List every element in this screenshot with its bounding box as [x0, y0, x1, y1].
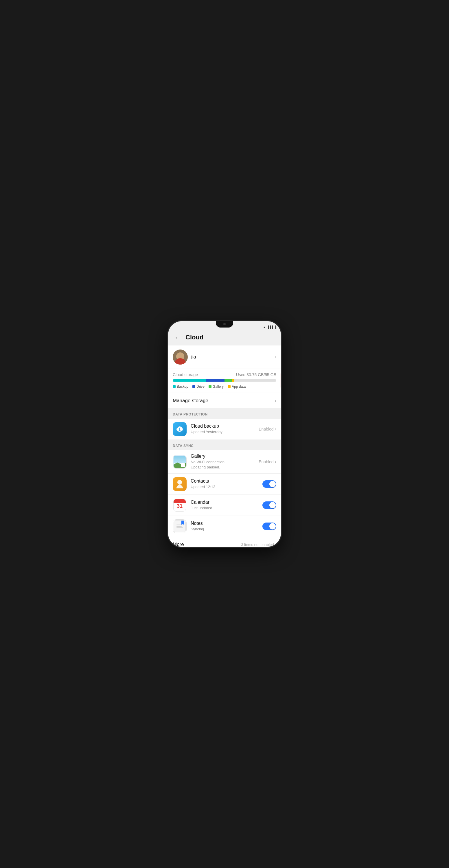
legend-gallery: Gallery: [209, 384, 224, 389]
calendar-header: [173, 499, 186, 503]
cloud-backup-svg: [175, 425, 184, 433]
notes-subtitle: Syncing...: [191, 527, 207, 532]
user-chevron-icon: ›: [275, 354, 276, 360]
page-title: Cloud: [186, 334, 203, 341]
cloud-backup-row[interactable]: Cloud backup Updated Yesterday Enabled ›: [168, 418, 281, 440]
manage-storage-row[interactable]: Manage storage ›: [168, 393, 281, 408]
contacts-toggle[interactable]: [262, 480, 276, 488]
legend-drive-label: Drive: [196, 384, 204, 389]
more-chevron-icon: ›: [275, 542, 276, 547]
battery-icon: ▐: [274, 326, 276, 329]
gallery-right: Enabled ›: [259, 459, 276, 464]
calendar-right[interactable]: [262, 501, 276, 509]
person-body: [177, 485, 183, 488]
section-data-protection: DATA PROTECTION: [168, 408, 281, 418]
bar-backup: [173, 379, 206, 382]
notes-icon: [173, 519, 187, 533]
phone-screen: ▲ ▐▐▐ ▐ ← Cloud jia: [168, 321, 281, 547]
storage-legend: Backup Drive Gallery App data: [173, 384, 276, 389]
contacts-subtitle: Updated 12:13: [191, 484, 215, 490]
cloud-backup-status: Enabled: [259, 427, 274, 431]
calendar-toggle[interactable]: [262, 501, 276, 509]
gallery-row[interactable]: Gallery No Wi-Fi connection.Updating pau…: [168, 450, 281, 474]
main-content: jia › Cloud storage Used 30.75 GB/55 GB: [168, 345, 281, 547]
legend-gallery-label: Gallery: [213, 384, 224, 389]
calendar-text: Calendar Just updated: [191, 500, 212, 511]
notes-line-1: [177, 525, 183, 525]
contacts-left: Contacts Updated 12:13: [173, 477, 262, 491]
gallery-left: Gallery No Wi-Fi connection.Updating pau…: [173, 454, 259, 470]
contacts-icon: [173, 477, 187, 491]
calendar-left: 31 Calendar Just updated: [173, 498, 262, 512]
notes-toggle[interactable]: [262, 523, 276, 530]
phone-frame: ▲ ▐▐▐ ▐ ← Cloud jia: [168, 321, 281, 547]
side-button[interactable]: [281, 373, 281, 388]
status-icons: ▲ ▐▐▐ ▐: [263, 326, 276, 329]
cloud-backup-chevron-icon: ›: [275, 427, 276, 432]
section-data-sync: DATA SYNC: [168, 440, 281, 450]
gallery-white-corner: [181, 463, 185, 467]
gallery-text: Gallery No Wi-Fi connection.Updating pau…: [191, 454, 226, 470]
calendar-subtitle: Just updated: [191, 505, 212, 511]
back-arrow-icon: ←: [174, 334, 180, 341]
gallery-sky: [173, 456, 186, 463]
legend-dot-appdata: [228, 385, 231, 388]
user-profile-row[interactable]: jia ›: [168, 345, 281, 369]
gallery-chevron-icon: ›: [275, 459, 276, 464]
more-right: 3 items not enabled ›: [241, 542, 276, 547]
contacts-title: Contacts: [191, 478, 215, 484]
legend-dot-gallery: [209, 385, 212, 388]
notes-title: Notes: [191, 521, 207, 526]
calendar-row[interactable]: 31 Calendar Just updated: [168, 495, 281, 516]
calendar-toggle-thumb: [269, 502, 276, 508]
legend-dot-backup: [173, 385, 175, 388]
gallery-title: Gallery: [191, 454, 226, 459]
bar-gallery: [224, 379, 232, 382]
page-header: ← Cloud: [168, 331, 281, 345]
wifi-icon: ▲: [263, 326, 266, 329]
user-name: jia: [191, 354, 196, 360]
contacts-row[interactable]: Contacts Updated 12:13: [168, 474, 281, 495]
notch: [216, 321, 233, 328]
cloud-backup-text: Cloud backup Updated Yesterday: [191, 424, 222, 435]
notes-line-2: [177, 526, 182, 527]
user-left: jia: [173, 349, 196, 365]
legend-backup-label: Backup: [177, 384, 188, 389]
notes-text: Notes Syncing...: [191, 521, 207, 532]
storage-label: Cloud storage: [173, 372, 198, 377]
person-head: [178, 480, 182, 485]
back-button[interactable]: ←: [173, 333, 182, 342]
contacts-toggle-thumb: [269, 481, 276, 487]
more-label: More: [173, 541, 184, 547]
more-row[interactable]: More 3 items not enabled ›: [168, 537, 281, 547]
notes-toggle-thumb: [269, 523, 276, 529]
legend-backup: Backup: [173, 384, 188, 389]
manage-storage-label: Manage storage: [173, 398, 208, 404]
gallery-icon: [173, 455, 187, 469]
contacts-person: [177, 480, 183, 488]
legend-dot-drive: [192, 385, 195, 388]
legend-drive: Drive: [192, 384, 204, 389]
storage-used-text: Used 30.75 GB/55 GB: [236, 372, 276, 377]
notes-icon-inner: [173, 520, 186, 532]
cloud-backup-icon: [173, 422, 187, 436]
signal-icon: ▐▐▐: [267, 326, 273, 329]
contacts-text: Contacts Updated 12:13: [191, 478, 215, 490]
camera: [223, 323, 226, 325]
legend-appdata-label: App data: [232, 384, 246, 389]
gallery-pic: [173, 456, 186, 468]
notes-row[interactable]: Notes Syncing...: [168, 516, 281, 537]
calendar-icon: 31: [173, 498, 187, 512]
calendar-number: 31: [177, 503, 183, 509]
cloud-backup-left: Cloud backup Updated Yesterday: [173, 422, 259, 436]
calendar-title: Calendar: [191, 500, 212, 505]
gallery-subtitle: No Wi-Fi connection.Updating paused.: [191, 460, 226, 470]
notes-right[interactable]: [262, 523, 276, 530]
cloud-backup-title: Cloud backup: [191, 424, 222, 429]
storage-header: Cloud storage Used 30.75 GB/55 GB: [173, 372, 276, 377]
notes-left: Notes Syncing...: [173, 519, 262, 533]
bar-drive: [206, 379, 224, 382]
more-status: 3 items not enabled: [241, 542, 274, 547]
contacts-right[interactable]: [262, 480, 276, 488]
manage-storage-chevron-icon: ›: [275, 398, 276, 403]
